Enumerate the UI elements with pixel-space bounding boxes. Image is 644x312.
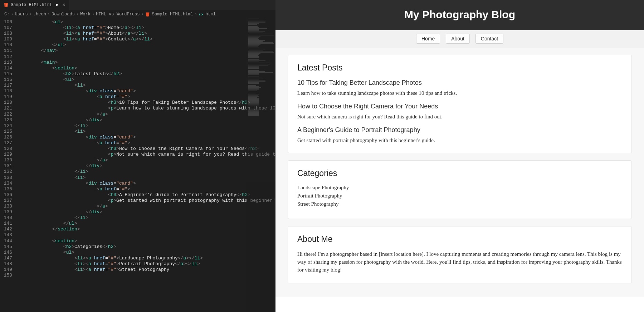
- latest-posts-section: Latest Posts 10 Tips for Taking Better L…: [288, 55, 632, 153]
- post-card[interactable]: A Beginner's Guide to Portrait Photograp…: [297, 126, 622, 143]
- category-list: Landscape Photography Portrait Photograp…: [297, 185, 622, 207]
- code-editor-panel: Sample HTML.html ● × C: › Users › thech …: [0, 0, 275, 312]
- html-file-icon: [145, 12, 150, 17]
- section-heading: Categories: [297, 169, 622, 178]
- post-excerpt: Learn how to take stunning landscape pho…: [297, 90, 622, 96]
- section-heading: About Me: [297, 234, 622, 244]
- breadcrumb-segment[interactable]: C:: [4, 12, 9, 17]
- post-card[interactable]: How to Choose the Right Camera for Your …: [297, 103, 622, 120]
- preview-content: Latest Posts 10 Tips for Taking Better L…: [275, 48, 644, 297]
- about-text: Hi there! I'm a photographer based in [i…: [297, 250, 622, 274]
- code-element-icon: [199, 12, 203, 17]
- tab-modified-dot: ●: [55, 3, 58, 8]
- site-title: My Photography Blog: [275, 9, 644, 21]
- breadcrumb-segment[interactable]: thech: [33, 12, 46, 17]
- about-section: About Me Hi there! I'm a photographer ba…: [288, 226, 632, 283]
- breadcrumb-segment[interactable]: Users: [15, 12, 28, 17]
- breadcrumb-segment[interactable]: Downloads: [52, 12, 75, 17]
- category-link[interactable]: Street Photography: [297, 201, 622, 207]
- editor-tab[interactable]: Sample HTML.html ● ×: [0, 0, 69, 10]
- post-title: A Beginner's Guide to Portrait Photograp…: [297, 126, 622, 134]
- post-excerpt: Not sure which camera is right for you? …: [297, 114, 622, 120]
- categories-section: Categories Landscape Photography Portrai…: [288, 160, 632, 219]
- breadcrumb-segment[interactable]: html: [205, 12, 216, 17]
- close-icon[interactable]: ×: [62, 3, 65, 8]
- category-link[interactable]: Landscape Photography: [297, 185, 622, 191]
- breadcrumb[interactable]: C: › Users › thech › Downloads › Work › …: [0, 10, 275, 19]
- breadcrumb-segment[interactable]: Sample HTML.html: [152, 12, 193, 17]
- nav-home-button[interactable]: Home: [416, 34, 440, 44]
- preview-nav: Home About Contact: [275, 30, 644, 48]
- post-title: How to Choose the Right Camera for Your …: [297, 103, 622, 110]
- nav-contact-button[interactable]: Contact: [475, 34, 503, 44]
- editor-tab-bar: Sample HTML.html ● ×: [0, 0, 275, 10]
- html-file-icon: [4, 3, 9, 8]
- breadcrumb-segment[interactable]: Work: [80, 12, 91, 17]
- code-area[interactable]: <ul> <li><a href="#">Home</a></li> <li><…: [19, 19, 275, 312]
- preview-panel[interactable]: My Photography Blog Home About Contact L…: [275, 0, 644, 312]
- category-link[interactable]: Portrait Photography: [297, 193, 622, 199]
- tab-filename: Sample HTML.html: [11, 3, 52, 8]
- post-title: 10 Tips for Taking Better Landscape Phot…: [297, 79, 622, 87]
- minimap[interactable]: [246, 19, 275, 312]
- editor-body[interactable]: 1061071081091101111121131141151161171181…: [0, 19, 275, 312]
- post-excerpt: Get started with portrait photography wi…: [297, 137, 622, 143]
- line-number-gutter: 1061071081091101111121131141151161171181…: [0, 19, 19, 312]
- breadcrumb-segment[interactable]: HTML vs WordPress: [96, 12, 140, 17]
- section-heading: Latest Posts: [297, 63, 622, 73]
- nav-about-button[interactable]: About: [446, 34, 470, 44]
- post-card[interactable]: 10 Tips for Taking Better Landscape Phot…: [297, 79, 622, 96]
- preview-header: My Photography Blog: [275, 0, 644, 30]
